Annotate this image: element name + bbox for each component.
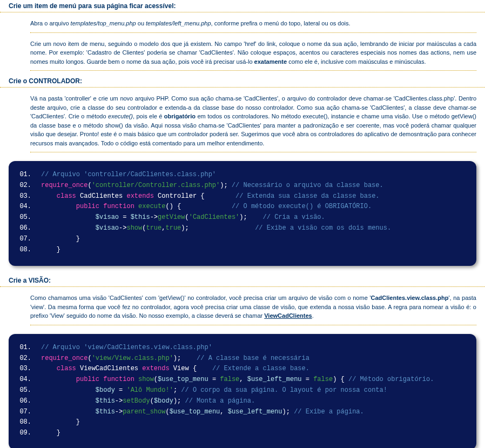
code-sp <box>41 385 96 396</box>
code-op: = <box>123 212 126 223</box>
code-fn: show <box>126 223 142 234</box>
section-title-menu: Crie um item de menú para sua página fic… <box>0 0 485 12</box>
code-sp <box>216 375 220 385</box>
code-sp <box>123 385 126 396</box>
text: Abra o arquivo <box>30 20 71 26</box>
code-comment: // Cria a visão. <box>263 212 325 223</box>
code-sp <box>290 407 294 418</box>
code-sp <box>181 396 185 407</box>
code-op: ( <box>165 407 169 418</box>
code-op: ); <box>181 223 188 234</box>
line-number: 08. <box>15 417 41 428</box>
code-comment: // Extenda sua classe da classe base. <box>235 191 379 202</box>
code-op: { <box>193 364 197 375</box>
code-op: , <box>239 375 243 385</box>
code-sp <box>99 375 103 385</box>
section-title-controlador: Crie o CONTROLADOR: <box>0 75 485 88</box>
code-comment: // Monta a página. <box>185 396 255 407</box>
code-sp <box>41 428 57 439</box>
em-execute: execute() <box>108 113 133 119</box>
code-op: } <box>57 245 60 256</box>
code-line: 04. public function show($use_top_menu =… <box>15 375 470 385</box>
code-sp <box>244 375 247 385</box>
line-number: 01. <box>15 343 41 353</box>
code-str: 'view/View.class.php' <box>92 353 173 364</box>
code-op: = <box>119 385 123 396</box>
code-kw: public <box>76 375 99 385</box>
link-viewcadclientes[interactable]: ViewCadClientes <box>264 312 312 319</box>
code-fn: getView <box>158 212 185 223</box>
code-var: $this <box>96 396 115 407</box>
text: , pois ele é <box>133 113 164 119</box>
code-bool: false <box>220 375 239 385</box>
code-sp <box>205 191 236 202</box>
code-sp <box>126 212 130 223</box>
code-line: 01.// Arquivo 'controller/CadClientes.cl… <box>15 170 470 180</box>
text: Como chamamos uma visão 'CadClientes' co… <box>30 295 371 301</box>
code-sp <box>247 212 263 223</box>
code-op: ( <box>150 396 154 407</box>
code-line: 08. } <box>15 245 470 256</box>
code-var: $this <box>131 212 150 223</box>
code-op: -> <box>115 407 123 418</box>
code-op: ( <box>142 223 146 234</box>
code-op: } <box>76 417 80 428</box>
bold-exatamente: exatamente <box>254 58 287 65</box>
code-op: ( <box>87 353 91 364</box>
code-var: $visao <box>96 223 119 234</box>
line-number: 08. <box>15 245 41 256</box>
code-sp <box>41 417 76 428</box>
code-line: 07. $this->parent_show($use_top_menu, $u… <box>15 407 470 418</box>
code-sp <box>41 407 96 418</box>
code-sp <box>336 375 340 385</box>
code-line: 03. class ViewCadClientes extends View {… <box>15 364 470 375</box>
code-op: = <box>306 375 309 385</box>
code-op: } <box>76 234 80 245</box>
code-comment: // A classe base é necessária <box>197 353 309 364</box>
code-kw: require_once <box>41 353 87 364</box>
code-op: ); <box>282 407 290 418</box>
code-comment: // Necessário o arquivo da classe base. <box>228 180 383 191</box>
code-sp <box>115 385 119 396</box>
line-number: 07. <box>15 234 41 245</box>
code-var: $use_left_menu <box>228 407 282 418</box>
code-op: ); <box>239 212 247 223</box>
code-op: -> <box>119 223 126 234</box>
line-number: 05. <box>15 385 41 396</box>
code-sp <box>173 202 177 212</box>
code-line: 01.// Arquivo 'view/CadClientes.view.cla… <box>15 343 470 353</box>
code-line: 05. $body = 'Alô Mundo!'; // O corpo da … <box>15 385 470 396</box>
code-var: $this <box>96 407 115 418</box>
code-block-controller: 01.// Arquivo 'controller/CadClientes.cl… <box>9 161 476 266</box>
code-op: ( <box>87 180 91 191</box>
code-op: = <box>212 375 216 385</box>
code-op: ; <box>173 385 177 396</box>
text: , conforme prefira o menú do topo, later… <box>211 20 351 26</box>
code-comment: // Exibe a página. <box>294 407 364 418</box>
line-number: 06. <box>15 396 41 407</box>
code-var: $use_top_menu <box>170 407 220 418</box>
code-comment: // Método obrigatório. <box>348 375 434 385</box>
text: como ele é, inclusive com maiúsculas e m… <box>287 58 426 65</box>
code-sp <box>41 245 57 256</box>
code-comment: // Exibe a visão com os dois menus. <box>255 223 391 234</box>
code-sp <box>302 375 306 385</box>
code-op: -> <box>150 212 158 223</box>
code-sp <box>41 223 96 234</box>
code-var: $use_left_menu <box>247 375 302 385</box>
code-kw: extends <box>126 191 153 202</box>
line-number: 02. <box>15 353 41 364</box>
code-op: } <box>57 428 60 439</box>
code-kw: class <box>57 191 76 202</box>
code-plain: View <box>170 364 193 375</box>
line-number: 05. <box>15 212 41 223</box>
code-op: () <box>165 202 173 212</box>
code-comment: // O corpo da sua página. O layout é por… <box>181 385 387 396</box>
code-sp <box>197 364 212 375</box>
code-kw: class <box>57 364 76 375</box>
code-sp <box>99 202 103 212</box>
text: ou <box>136 20 146 26</box>
code-op: { <box>177 202 181 212</box>
line-number: 02. <box>15 180 41 191</box>
code-fn: show <box>138 375 154 385</box>
